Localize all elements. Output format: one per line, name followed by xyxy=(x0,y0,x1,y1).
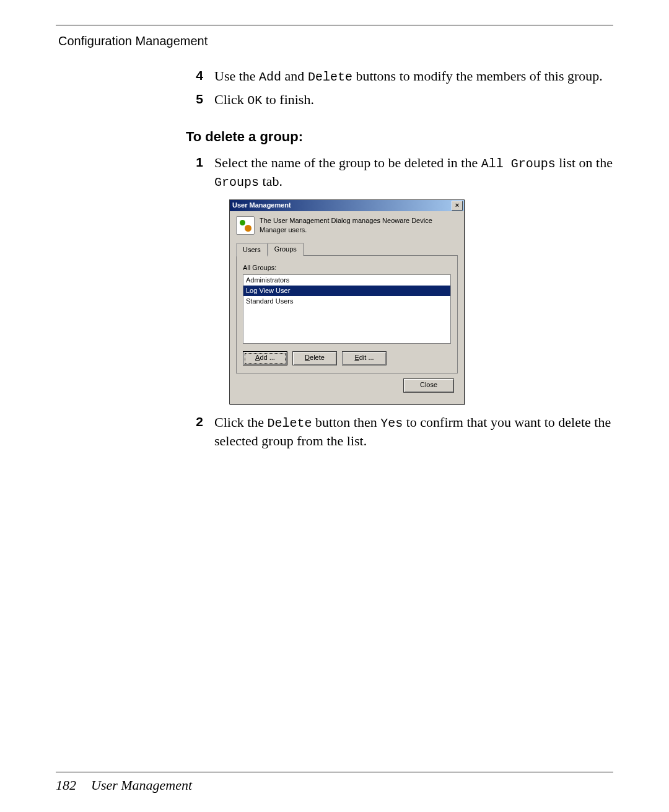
list-item[interactable]: Administrators xyxy=(243,275,450,286)
section-heading: To delete a group: xyxy=(186,128,613,146)
tab-users[interactable]: Users xyxy=(236,243,268,256)
step-5: 5 Click OK to finish. xyxy=(186,90,613,109)
step-number: 2 xyxy=(186,413,214,450)
step-number: 5 xyxy=(186,90,214,109)
step-4: 4 Use the Add and Delete buttons to modi… xyxy=(186,67,613,85)
text-fragment: and xyxy=(281,68,308,84)
user-management-dialog: User Management × The User Management Di… xyxy=(229,199,465,405)
groups-listbox[interactable]: Administrators Log View User Standard Us… xyxy=(243,274,451,344)
delete-button[interactable]: Delete xyxy=(292,351,337,365)
step-text: Click the Delete button then Yes to conf… xyxy=(214,413,613,450)
users-icon xyxy=(236,216,255,235)
dialog-description: The User Management Dialog manages Neowa… xyxy=(260,216,458,235)
step-text: Click OK to finish. xyxy=(214,90,613,109)
text-fragment: list on the xyxy=(556,155,613,170)
step-2: 2 Click the Delete button then Yes to co… xyxy=(186,413,613,450)
tab-groups[interactable]: Groups xyxy=(268,243,304,256)
text-fragment: Click xyxy=(214,92,247,107)
page-footer: 182User Management xyxy=(56,777,192,793)
text-fragment: buttons to modify the members of this gr… xyxy=(352,68,603,84)
code-fragment: Delete xyxy=(308,70,352,84)
page-number: 182 xyxy=(56,777,76,793)
close-button[interactable]: Close xyxy=(403,378,454,393)
text-fragment: Use the xyxy=(214,68,259,84)
add-button[interactable]: Add ... xyxy=(243,351,287,365)
step-number: 4 xyxy=(186,67,214,85)
list-item[interactable]: Log View User xyxy=(243,286,450,296)
code-fragment: All Groups xyxy=(481,157,556,171)
text-fragment: tab. xyxy=(259,173,282,189)
tab-panel-groups: All Groups: Administrators Log View User… xyxy=(236,255,458,374)
code-fragment: Delete xyxy=(268,416,312,430)
dialog-titlebar: User Management × xyxy=(230,200,464,211)
text-fragment: to finish. xyxy=(262,92,314,107)
code-fragment: Groups xyxy=(214,175,259,190)
chapter-title: User Management xyxy=(91,777,192,793)
step-text: Use the Add and Delete buttons to modify… xyxy=(214,67,613,85)
dialog-title: User Management xyxy=(232,201,291,210)
code-fragment: OK xyxy=(247,94,262,108)
code-fragment: Add xyxy=(259,70,281,84)
list-item[interactable]: Standard Users xyxy=(243,296,450,307)
dialog-screenshot: User Management × The User Management Di… xyxy=(229,199,613,405)
close-icon[interactable]: × xyxy=(452,201,463,211)
edit-button[interactable]: Edit ... xyxy=(342,351,387,365)
running-head: Configuration Management xyxy=(58,34,613,48)
tabstrip: Users Groups xyxy=(236,243,458,256)
step-text: Select the name of the group to be delet… xyxy=(214,154,613,191)
step-number: 1 xyxy=(186,154,214,191)
all-groups-label: All Groups: xyxy=(243,263,451,273)
text-fragment: Click the xyxy=(214,414,268,430)
text-fragment: button then xyxy=(312,414,381,430)
code-fragment: Yes xyxy=(380,416,403,430)
text-fragment: Select the name of the group to be delet… xyxy=(214,155,481,170)
step-1: 1 Select the name of the group to be del… xyxy=(186,154,613,191)
